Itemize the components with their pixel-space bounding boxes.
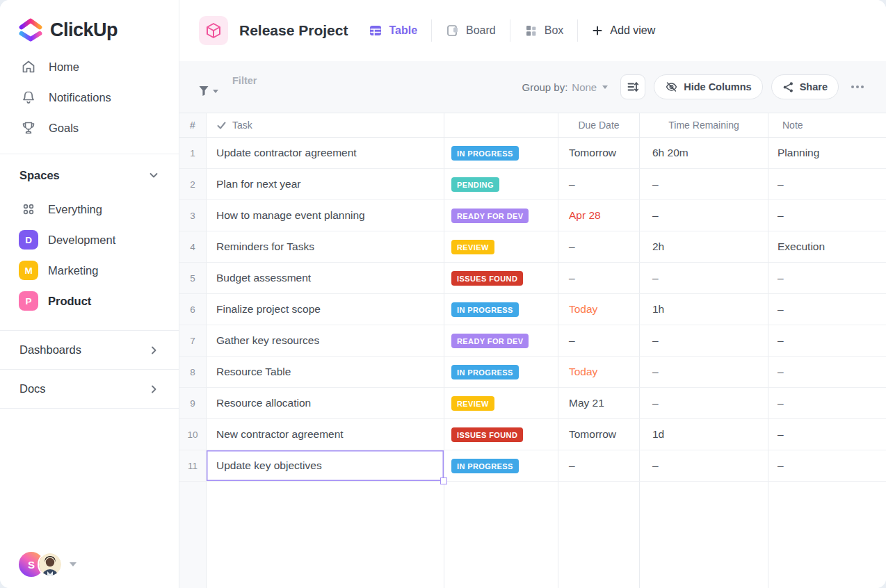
due-date-cell[interactable]: Tomorrow xyxy=(558,419,640,450)
table-row[interactable]: 7 Gather key resources READY FOR DEV – –… xyxy=(179,325,886,357)
time-remaining-cell[interactable]: 6h 20m xyxy=(640,138,768,169)
sidebar-item-product[interactable]: P Product xyxy=(0,286,179,316)
sidebar-item-everything[interactable]: Everything xyxy=(0,194,179,224)
more-options-button[interactable] xyxy=(850,81,865,92)
status-cell[interactable]: REVIEW xyxy=(444,231,558,263)
status-badge[interactable]: IN PROGRESS xyxy=(451,302,519,317)
status-cell[interactable]: IN PROGRESS xyxy=(444,138,558,169)
status-badge[interactable]: ISSUES FOUND xyxy=(451,427,523,442)
status-cell[interactable]: READY FOR DEV xyxy=(444,325,558,357)
status-cell[interactable]: READY FOR DEV xyxy=(444,200,558,231)
note-cell[interactable]: Execution xyxy=(768,231,886,263)
status-cell[interactable]: ISSUES FOUND xyxy=(444,263,558,294)
task-cell[interactable]: Budget assessment xyxy=(207,263,444,294)
due-date-cell[interactable]: – xyxy=(558,450,640,482)
column-header-time-remaining[interactable]: Time Remaining xyxy=(640,113,768,138)
status-cell[interactable]: IN PROGRESS xyxy=(444,357,558,388)
task-cell[interactable]: Resource Table xyxy=(207,357,444,388)
note-cell[interactable]: – xyxy=(768,325,886,357)
status-cell[interactable]: REVIEW xyxy=(444,388,558,419)
add-view-button[interactable]: Add view xyxy=(592,24,655,37)
column-header-status[interactable] xyxy=(444,113,558,138)
task-cell[interactable]: New contractor agreement xyxy=(207,419,444,450)
task-cell[interactable]: Gather key resources xyxy=(207,325,444,357)
table-row[interactable]: 3 How to manage event planning READY FOR… xyxy=(179,200,886,231)
note-cell[interactable]: – xyxy=(768,169,886,200)
status-badge[interactable]: IN PROGRESS xyxy=(451,459,519,473)
user-photo-avatar[interactable] xyxy=(38,552,63,577)
table-row[interactable]: 9 Resource allocation REVIEW May 21 – – xyxy=(179,388,886,419)
sidebar-item-goals[interactable]: Goals xyxy=(0,113,179,143)
task-cell[interactable]: Update contractor agreement xyxy=(207,138,444,169)
task-cell[interactable]: Reminders for Tasks xyxy=(207,231,444,263)
table-row[interactable]: 1 Update contractor agreement IN PROGRES… xyxy=(179,138,886,169)
status-badge[interactable]: READY FOR DEV xyxy=(451,209,529,223)
sidebar-item-notifications[interactable]: Notifications xyxy=(0,82,179,113)
due-date-cell[interactable]: – xyxy=(558,231,640,263)
time-remaining-cell[interactable]: – xyxy=(640,450,768,482)
table-row[interactable]: 11 Update key objectives IN PROGRESS – –… xyxy=(179,450,886,482)
status-cell[interactable]: PENDING xyxy=(444,169,558,200)
time-remaining-cell[interactable]: – xyxy=(640,388,768,419)
sidebar-item-home[interactable]: Home xyxy=(0,51,179,82)
status-badge[interactable]: PENDING xyxy=(451,177,499,192)
due-date-cell[interactable]: Apr 28 xyxy=(558,200,640,231)
table-row[interactable]: 6 Finalize project scope IN PROGRESS Tod… xyxy=(179,294,886,325)
note-cell[interactable]: – xyxy=(768,200,886,231)
due-date-cell[interactable]: May 21 xyxy=(558,388,640,419)
time-remaining-cell[interactable]: – xyxy=(640,200,768,231)
column-header-note[interactable]: Note xyxy=(768,113,886,138)
due-date-cell[interactable]: Tomorrow xyxy=(558,138,640,169)
table-row[interactable]: 4 Reminders for Tasks REVIEW – 2h Execut… xyxy=(179,231,886,263)
share-button[interactable]: Share xyxy=(771,74,839,99)
table-row[interactable]: 5 Budget assessment ISSUES FOUND – – – xyxy=(179,263,886,294)
table-row[interactable]: 8 Resource Table IN PROGRESS Today – – xyxy=(179,357,886,388)
status-badge[interactable]: READY FOR DEV xyxy=(451,334,529,348)
due-date-cell[interactable]: Today xyxy=(558,357,640,388)
status-badge[interactable]: ISSUES FOUND xyxy=(451,271,523,286)
status-cell[interactable]: IN PROGRESS xyxy=(444,294,558,325)
note-cell[interactable]: – xyxy=(768,263,886,294)
time-remaining-cell[interactable]: – xyxy=(640,357,768,388)
task-cell[interactable]: How to manage event planning xyxy=(207,200,444,231)
time-remaining-cell[interactable]: 1d xyxy=(640,419,768,450)
due-date-cell[interactable]: – xyxy=(558,325,640,357)
sidebar-item-marketing[interactable]: M Marketing xyxy=(0,255,179,286)
tab-box[interactable]: Box xyxy=(524,24,564,38)
time-remaining-cell[interactable]: – xyxy=(640,169,768,200)
tab-board[interactable]: Board xyxy=(446,24,496,38)
table-row[interactable]: 2 Plan for next year PENDING – – – xyxy=(179,169,886,200)
tab-table[interactable]: Table xyxy=(369,24,417,38)
sidebar-item-docs[interactable]: Docs xyxy=(0,370,179,408)
column-header-num[interactable]: # xyxy=(179,113,207,138)
task-cell[interactable]: Update key objectives xyxy=(207,450,444,482)
user-menu-caret-icon[interactable] xyxy=(70,562,76,566)
note-cell[interactable]: – xyxy=(768,357,886,388)
hide-columns-button[interactable]: Hide Columns xyxy=(654,74,762,99)
task-cell[interactable]: Resource allocation xyxy=(207,388,444,419)
column-header-task[interactable]: Task xyxy=(207,113,444,138)
status-badge[interactable]: IN PROGRESS xyxy=(451,365,519,379)
filter-button[interactable]: Filter xyxy=(198,81,257,92)
status-cell[interactable]: IN PROGRESS xyxy=(444,450,558,482)
time-remaining-cell[interactable]: 2h xyxy=(640,231,768,263)
sort-button[interactable] xyxy=(620,74,645,99)
status-badge[interactable]: REVIEW xyxy=(451,240,494,254)
status-badge[interactable]: REVIEW xyxy=(451,396,494,411)
note-cell[interactable]: – xyxy=(768,294,886,325)
time-remaining-cell[interactable]: 1h xyxy=(640,294,768,325)
table-row[interactable]: 10 New contractor agreement ISSUES FOUND… xyxy=(179,419,886,450)
status-badge[interactable]: IN PROGRESS xyxy=(451,146,519,161)
due-date-cell[interactable]: Today xyxy=(558,294,640,325)
note-cell[interactable]: – xyxy=(768,388,886,419)
column-header-due-date[interactable]: Due Date xyxy=(558,113,640,138)
clickup-logo[interactable]: ClickUp xyxy=(0,0,179,42)
status-cell[interactable]: ISSUES FOUND xyxy=(444,419,558,450)
note-cell[interactable]: Planning xyxy=(768,138,886,169)
due-date-cell[interactable]: – xyxy=(558,169,640,200)
sidebar-item-development[interactable]: D Development xyxy=(0,224,179,255)
spaces-header[interactable]: Spaces xyxy=(0,160,179,190)
task-cell[interactable]: Plan for next year xyxy=(207,169,444,200)
note-cell[interactable]: – xyxy=(768,450,886,482)
due-date-cell[interactable]: – xyxy=(558,263,640,294)
